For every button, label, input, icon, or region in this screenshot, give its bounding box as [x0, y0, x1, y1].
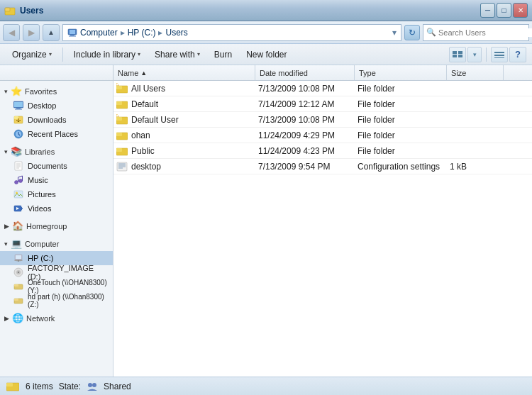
svg-rect-13 — [494, 55, 504, 56]
sidebar-item-pictures[interactable]: Pictures — [0, 187, 113, 201]
path-computer: Computer — [80, 28, 118, 38]
libraries-section: ▾ 📚 Libraries Documents Music — [0, 144, 113, 216]
organize-button[interactable]: Organize ▾ — [6, 46, 58, 63]
sidebar-item-music[interactable]: Music — [0, 173, 113, 187]
up-button[interactable]: ▲ — [43, 24, 60, 41]
organize-dropdown-icon: ▾ — [49, 51, 52, 57]
details-pane-button[interactable] — [491, 47, 508, 62]
network-expand-icon: ▶ — [4, 315, 9, 322]
file-row[interactable]: Default 7/14/2009 12:12 AM File folder — [113, 96, 532, 112]
pictures-icon — [13, 189, 24, 200]
svg-point-70 — [92, 383, 96, 387]
sidebar-item-hpC[interactable]: HP (C:) — [0, 251, 113, 265]
sidebar-item-documents[interactable]: Documents — [0, 159, 113, 173]
svg-rect-17 — [16, 108, 21, 109]
col-header-name[interactable]: Name ▲ — [113, 65, 255, 80]
toolbar-separator-1 — [62, 48, 63, 62]
svg-rect-55 — [116, 101, 122, 105]
col-header-type[interactable]: Type — [355, 65, 447, 80]
favorites-header[interactable]: ▾ ⭐ Favorites — [0, 84, 113, 99]
share-dropdown-icon: ▾ — [197, 51, 200, 57]
shared-label: Shared — [104, 382, 131, 391]
new-folder-button[interactable]: New folder — [240, 46, 293, 63]
svg-rect-12 — [494, 52, 504, 53]
maximize-button[interactable]: □ — [497, 3, 511, 18]
status-folder-icon — [6, 379, 20, 394]
file-type-cell: File folder — [358, 84, 450, 94]
svg-marker-39 — [21, 207, 23, 210]
share-with-button[interactable]: Share with ▾ — [148, 46, 206, 63]
search-input[interactable] — [438, 28, 532, 37]
downloads-label: Downloads — [28, 116, 66, 124]
burn-button[interactable]: Burn — [208, 46, 238, 63]
homegroup-header[interactable]: ▶ 🏠 Homegroup — [0, 218, 113, 233]
sidebar-item-videos[interactable]: Videos — [0, 201, 113, 216]
hpC-label: HP (C:) — [28, 254, 53, 262]
sidebar-item-recent-places[interactable]: Recent Places — [0, 127, 113, 141]
folder-icon — [116, 145, 128, 157]
close-button[interactable]: ✕ — [513, 3, 528, 18]
sidebar-item-downloads[interactable]: Downloads — [0, 113, 113, 127]
homegroup-icon: 🏠 — [12, 221, 23, 231]
minimize-button[interactable]: ─ — [480, 3, 495, 18]
favorites-expand-icon: ▾ — [4, 88, 8, 95]
svg-rect-49 — [14, 284, 18, 286]
col-header-size[interactable]: Size — [447, 65, 504, 80]
include-in-library-button[interactable]: Include in library ▾ — [67, 46, 147, 63]
path-hpc: HP (C:) — [128, 28, 156, 38]
sidebar-item-hdpart[interactable]: hd part (h) (\\Ohan8300) (Z:) — [0, 294, 113, 308]
desktop-icon — [13, 100, 24, 111]
libraries-header[interactable]: ▾ 📚 Libraries — [0, 144, 113, 159]
favorites-label: Favorites — [25, 87, 57, 96]
file-date-cell: 7/13/2009 10:08 PM — [258, 84, 358, 94]
network-label: Network — [26, 314, 55, 323]
view-dropdown-button[interactable]: ▾ — [467, 47, 482, 62]
network-header[interactable]: ▶ 🌐 Network — [0, 311, 113, 326]
main-area: ▾ ⭐ Favorites Desktop Downloads — [0, 81, 532, 377]
shared-icon — [87, 381, 98, 392]
sidebar-item-factory-image[interactable]: FACTORY_IMAGE (D:) — [0, 265, 113, 279]
videos-icon — [13, 203, 24, 214]
recent-places-label: Recent Places — [28, 130, 78, 138]
file-row[interactable]: ⚠ Default User 7/13/2009 10:08 PM File f… — [113, 112, 532, 128]
address-bar: ◀ ▶ ▲ Computer ▸ HP (C:) ▸ Users ▾ ↻ 🔍 — [0, 21, 532, 44]
file-row[interactable]: ohan 11/24/2009 4:29 PM File folder — [113, 128, 532, 143]
svg-point-47 — [18, 272, 19, 273]
onetouch-icon — [13, 281, 24, 292]
file-row[interactable]: desktop 7/13/2009 9:54 PM Configuration … — [113, 159, 532, 174]
window-title: Users — [20, 6, 480, 16]
help-button[interactable]: ? — [509, 47, 526, 62]
svg-rect-59 — [116, 133, 122, 136]
svg-rect-51 — [14, 299, 18, 301]
svg-rect-43 — [16, 255, 21, 259]
network-section: ▶ 🌐 Network — [0, 311, 113, 326]
file-date-cell: 7/13/2009 9:54 PM — [258, 162, 358, 172]
col-header-date[interactable]: Date modified — [255, 65, 355, 80]
search-box[interactable]: 🔍 — [423, 24, 529, 41]
file-row[interactable]: Public 11/24/2009 4:23 PM File folder — [113, 143, 532, 159]
file-name-cell: Public — [116, 145, 258, 157]
sidebar-item-onetouch[interactable]: OneTouch (\\OHAN8300) (Y:) — [0, 279, 113, 294]
file-type-cell: File folder — [358, 99, 450, 109]
back-button[interactable]: ◀ — [3, 24, 20, 41]
svg-rect-11 — [458, 55, 462, 57]
config-icon — [116, 161, 128, 172]
forward-button[interactable]: ▶ — [23, 24, 40, 41]
view-toggle-button[interactable] — [449, 47, 466, 62]
file-row[interactable]: ⚠ All Users 7/13/2009 10:08 PM File fold… — [113, 81, 532, 96]
file-date-cell: 7/13/2009 10:08 PM — [258, 115, 358, 125]
computer-header[interactable]: ▾ 💻 Computer — [0, 236, 113, 251]
desktop-label: Desktop — [28, 101, 56, 110]
music-label: Music — [28, 176, 48, 184]
libraries-expand-icon: ▾ — [4, 148, 8, 155]
svg-rect-68 — [6, 383, 13, 386]
window-icon — [4, 5, 16, 16]
refresh-button[interactable]: ↻ — [404, 25, 420, 40]
svg-point-44 — [18, 260, 19, 262]
file-size-cell: 1 kB — [450, 162, 506, 172]
sidebar-item-desktop[interactable]: Desktop — [0, 99, 113, 113]
svg-rect-20 — [14, 116, 18, 119]
svg-rect-61 — [116, 148, 122, 152]
address-path[interactable]: Computer ▸ HP (C:) ▸ Users ▾ — [62, 24, 401, 41]
sort-arrow-name: ▲ — [140, 69, 147, 77]
